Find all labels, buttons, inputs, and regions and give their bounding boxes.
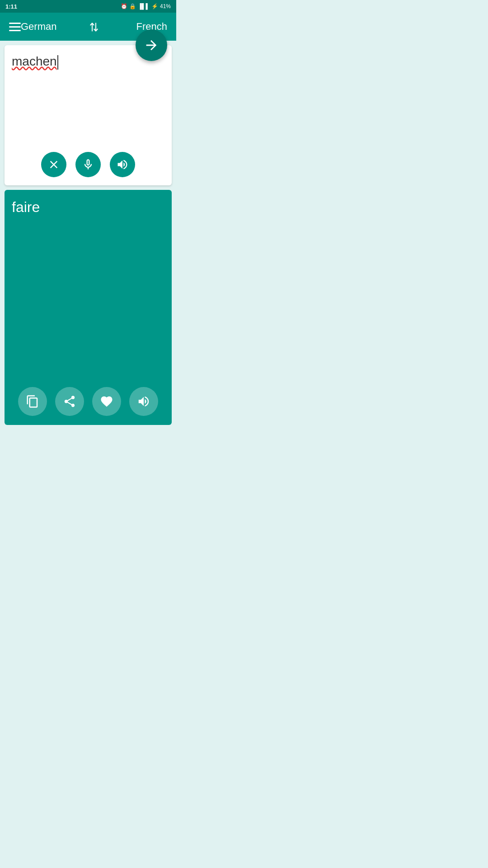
status-time: 1:11: [5, 3, 17, 10]
clear-button[interactable]: [41, 152, 66, 177]
text-cursor: [57, 55, 58, 70]
speak-source-button[interactable]: [110, 152, 135, 177]
swap-icon: ⇄: [87, 22, 101, 32]
copy-icon: [26, 395, 39, 408]
clear-icon: [47, 158, 60, 171]
translate-button[interactable]: [136, 29, 167, 61]
alarm-icon: ⏰: [121, 3, 127, 9]
microphone-icon: [82, 158, 94, 171]
translate-arrow-icon: [144, 38, 159, 53]
status-icons: ⏰ 🔒 ▐▌▌ ⚡ 41%: [121, 3, 171, 9]
sim-icon: 🔒: [129, 3, 136, 9]
microphone-button[interactable]: [75, 152, 101, 177]
source-language[interactable]: German: [21, 21, 80, 33]
speaker-icon: [116, 158, 129, 171]
charging-icon: ⚡: [151, 3, 158, 9]
menu-button[interactable]: [9, 23, 21, 31]
share-icon: [63, 395, 76, 408]
swap-button[interactable]: ⇄: [80, 20, 108, 34]
battery-level: 41%: [160, 3, 171, 9]
input-actions: [5, 152, 172, 177]
signal-icon: ▐▌▌: [138, 3, 150, 9]
output-actions: [5, 387, 172, 416]
output-section: faire: [5, 190, 172, 425]
favorite-button[interactable]: [92, 387, 121, 416]
copy-button[interactable]: [18, 387, 47, 416]
share-button[interactable]: [55, 387, 84, 416]
main-content: machen: [0, 45, 176, 425]
heart-icon: [100, 395, 113, 408]
speaker-output-icon: [137, 395, 150, 408]
fab-wrapper: [136, 29, 167, 61]
input-text[interactable]: machen: [12, 54, 57, 68]
status-bar: 1:11 ⏰ 🔒 ▐▌▌ ⚡ 41%: [0, 0, 176, 13]
speak-translation-button[interactable]: [129, 387, 158, 416]
input-section: machen: [5, 45, 172, 185]
translation-text: faire: [12, 199, 164, 216]
